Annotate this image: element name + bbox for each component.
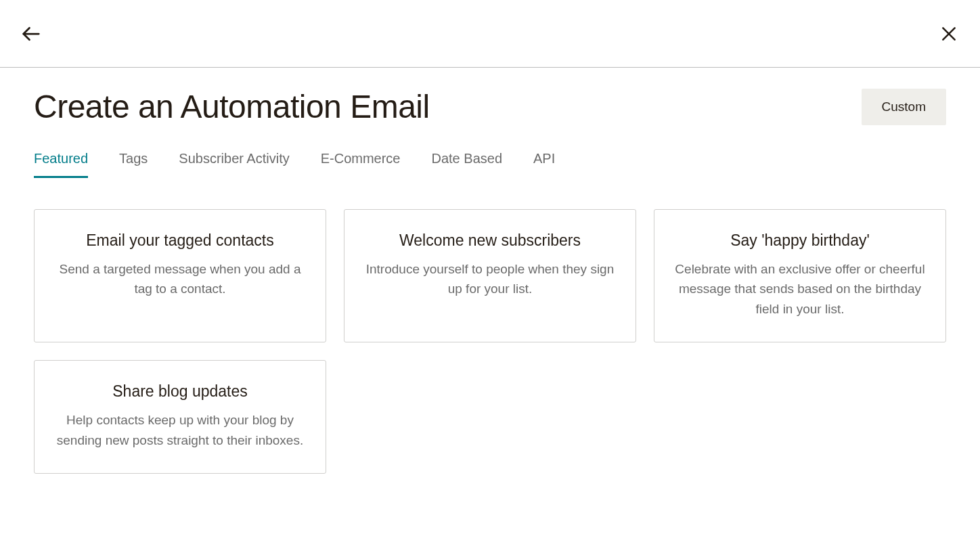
card-description: Introduce yourself to people when they s… (363, 259, 617, 299)
back-arrow-icon (21, 24, 41, 44)
card-title: Email your tagged contacts (53, 231, 307, 250)
card-description: Help contacts keep up with your blog by … (53, 410, 307, 450)
cards-grid: Email your tagged contacts Send a target… (34, 209, 946, 474)
tab-date-based[interactable]: Date Based (432, 151, 503, 178)
top-bar (0, 0, 980, 68)
header-row: Create an Automation Email Custom (34, 88, 946, 125)
close-icon (940, 25, 958, 43)
back-button[interactable] (18, 20, 45, 47)
tab-e-commerce[interactable]: E-Commerce (321, 151, 401, 178)
tab-subscriber-activity[interactable]: Subscriber Activity (179, 151, 289, 178)
card-description: Celebrate with an exclusive offer or che… (673, 259, 927, 319)
tabs-nav: Featured Tags Subscriber Activity E-Comm… (34, 151, 946, 178)
card-share-blog-updates[interactable]: Share blog updates Help contacts keep up… (34, 360, 326, 474)
page-title: Create an Automation Email (34, 88, 430, 125)
tab-featured[interactable]: Featured (34, 151, 88, 178)
card-say-happy-birthday[interactable]: Say 'happy birthday' Celebrate with an e… (654, 209, 946, 342)
tab-tags[interactable]: Tags (119, 151, 148, 178)
close-button[interactable] (935, 20, 962, 47)
main-content: Create an Automation Email Custom Featur… (0, 68, 980, 474)
card-title: Share blog updates (53, 382, 307, 401)
card-title: Welcome new subscribers (363, 231, 617, 250)
tab-api[interactable]: API (533, 151, 555, 178)
card-description: Send a targeted message when you add a t… (53, 259, 307, 299)
card-title: Say 'happy birthday' (673, 231, 927, 250)
card-welcome-new-subscribers[interactable]: Welcome new subscribers Introduce yourse… (344, 209, 636, 342)
custom-button[interactable]: Custom (862, 89, 946, 125)
card-email-tagged-contacts[interactable]: Email your tagged contacts Send a target… (34, 209, 326, 342)
